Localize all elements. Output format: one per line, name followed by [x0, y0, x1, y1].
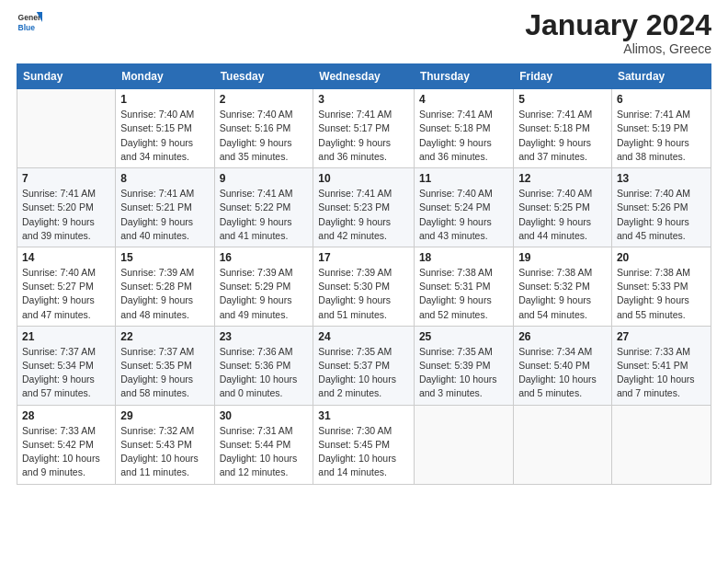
location: Alimos, Greece [525, 41, 711, 56]
day-info: Sunrise: 7:41 AMSunset: 5:20 PMDaylight:… [22, 187, 110, 243]
day-number: 18 [419, 251, 508, 264]
day-number: 10 [318, 172, 409, 185]
table-row: 3Sunrise: 7:41 AMSunset: 5:17 PMDaylight… [313, 89, 415, 168]
day-number: 23 [220, 330, 309, 343]
day-number: 21 [22, 330, 110, 343]
day-number: 7 [22, 172, 110, 185]
table-row: 23Sunrise: 7:36 AMSunset: 5:36 PMDayligh… [214, 326, 313, 405]
table-row: 4Sunrise: 7:41 AMSunset: 5:18 PMDaylight… [414, 89, 513, 168]
calendar-week-5: 28Sunrise: 7:33 AMSunset: 5:42 PMDayligh… [17, 405, 711, 484]
day-info: Sunrise: 7:40 AMSunset: 5:15 PMDaylight:… [120, 108, 209, 164]
day-number: 1 [120, 93, 209, 106]
day-info: Sunrise: 7:41 AMSunset: 5:17 PMDaylight:… [318, 108, 409, 164]
col-friday: Friday [514, 64, 612, 89]
day-info: Sunrise: 7:41 AMSunset: 5:18 PMDaylight:… [419, 108, 508, 164]
col-saturday: Saturday [611, 64, 711, 89]
day-info: Sunrise: 7:40 AMSunset: 5:25 PMDaylight:… [518, 187, 607, 243]
day-number: 2 [220, 93, 309, 106]
table-row [17, 89, 116, 168]
title-block: January 2024 Alimos, Greece [525, 9, 711, 56]
table-row: 6Sunrise: 7:41 AMSunset: 5:19 PMDaylight… [611, 89, 711, 168]
day-number: 15 [120, 251, 209, 264]
table-row: 25Sunrise: 7:35 AMSunset: 5:39 PMDayligh… [414, 326, 513, 405]
day-info: Sunrise: 7:30 AMSunset: 5:45 PMDaylight:… [318, 424, 409, 480]
table-row: 19Sunrise: 7:38 AMSunset: 5:32 PMDayligh… [514, 247, 612, 326]
table-row: 1Sunrise: 7:40 AMSunset: 5:15 PMDaylight… [116, 89, 214, 168]
calendar-week-2: 7Sunrise: 7:41 AMSunset: 5:20 PMDaylight… [17, 168, 711, 247]
calendar-week-1: 1Sunrise: 7:40 AMSunset: 5:15 PMDaylight… [17, 89, 711, 168]
day-number: 12 [518, 172, 607, 185]
table-row: 12Sunrise: 7:40 AMSunset: 5:25 PMDayligh… [514, 168, 612, 247]
day-info: Sunrise: 7:38 AMSunset: 5:31 PMDaylight:… [419, 266, 508, 322]
table-row: 7Sunrise: 7:41 AMSunset: 5:20 PMDaylight… [17, 168, 116, 247]
day-info: Sunrise: 7:40 AMSunset: 5:26 PMDaylight:… [617, 187, 706, 243]
col-monday: Monday [116, 64, 214, 89]
table-row: 2Sunrise: 7:40 AMSunset: 5:16 PMDaylight… [214, 89, 313, 168]
day-info: Sunrise: 7:41 AMSunset: 5:21 PMDaylight:… [120, 187, 209, 243]
month-title: January 2024 [525, 9, 711, 41]
day-number: 5 [518, 93, 607, 106]
table-row: 22Sunrise: 7:37 AMSunset: 5:35 PMDayligh… [116, 326, 214, 405]
table-row: 20Sunrise: 7:38 AMSunset: 5:33 PMDayligh… [611, 247, 711, 326]
day-number: 6 [617, 93, 706, 106]
calendar-week-3: 14Sunrise: 7:40 AMSunset: 5:27 PMDayligh… [17, 247, 711, 326]
table-row: 10Sunrise: 7:41 AMSunset: 5:23 PMDayligh… [313, 168, 415, 247]
table-row: 17Sunrise: 7:39 AMSunset: 5:30 PMDayligh… [313, 247, 415, 326]
day-info: Sunrise: 7:37 AMSunset: 5:35 PMDaylight:… [120, 345, 209, 401]
table-row: 15Sunrise: 7:39 AMSunset: 5:28 PMDayligh… [116, 247, 214, 326]
calendar-page: General Blue January 2024 Alimos, Greece… [0, 0, 728, 563]
table-row: 9Sunrise: 7:41 AMSunset: 5:22 PMDaylight… [214, 168, 313, 247]
table-row: 14Sunrise: 7:40 AMSunset: 5:27 PMDayligh… [17, 247, 116, 326]
day-number: 13 [617, 172, 706, 185]
day-info: Sunrise: 7:32 AMSunset: 5:43 PMDaylight:… [120, 424, 209, 480]
day-info: Sunrise: 7:31 AMSunset: 5:44 PMDaylight:… [220, 424, 309, 480]
day-info: Sunrise: 7:33 AMSunset: 5:41 PMDaylight:… [617, 345, 706, 401]
day-number: 30 [220, 409, 309, 422]
table-row: 11Sunrise: 7:40 AMSunset: 5:24 PMDayligh… [414, 168, 513, 247]
day-number: 27 [617, 330, 706, 343]
table-row: 8Sunrise: 7:41 AMSunset: 5:21 PMDaylight… [116, 168, 214, 247]
header-row: Sunday Monday Tuesday Wednesday Thursday… [17, 64, 711, 89]
table-row [611, 405, 711, 484]
table-row: 31Sunrise: 7:30 AMSunset: 5:45 PMDayligh… [313, 405, 415, 484]
day-info: Sunrise: 7:38 AMSunset: 5:32 PMDaylight:… [518, 266, 607, 322]
day-info: Sunrise: 7:39 AMSunset: 5:30 PMDaylight:… [318, 266, 409, 322]
day-number: 17 [318, 251, 409, 264]
day-info: Sunrise: 7:35 AMSunset: 5:37 PMDaylight:… [318, 345, 409, 401]
calendar-table: Sunday Monday Tuesday Wednesday Thursday… [17, 63, 711, 484]
table-row: 28Sunrise: 7:33 AMSunset: 5:42 PMDayligh… [17, 405, 116, 484]
table-row [514, 405, 612, 484]
day-number: 29 [120, 409, 209, 422]
day-number: 16 [220, 251, 309, 264]
day-info: Sunrise: 7:34 AMSunset: 5:40 PMDaylight:… [518, 345, 607, 401]
table-row: 18Sunrise: 7:38 AMSunset: 5:31 PMDayligh… [414, 247, 513, 326]
day-info: Sunrise: 7:40 AMSunset: 5:16 PMDaylight:… [220, 108, 309, 164]
day-number: 9 [220, 172, 309, 185]
table-row: 27Sunrise: 7:33 AMSunset: 5:41 PMDayligh… [611, 326, 711, 405]
day-number: 8 [120, 172, 209, 185]
day-number: 3 [318, 93, 409, 106]
day-info: Sunrise: 7:41 AMSunset: 5:18 PMDaylight:… [518, 108, 607, 164]
day-number: 20 [617, 251, 706, 264]
header: General Blue January 2024 Alimos, Greece [17, 9, 711, 56]
logo-icon: General Blue [17, 9, 42, 35]
day-number: 22 [120, 330, 209, 343]
table-row: 24Sunrise: 7:35 AMSunset: 5:37 PMDayligh… [313, 326, 415, 405]
table-row: 21Sunrise: 7:37 AMSunset: 5:34 PMDayligh… [17, 326, 116, 405]
col-thursday: Thursday [414, 64, 513, 89]
day-info: Sunrise: 7:40 AMSunset: 5:27 PMDaylight:… [22, 266, 110, 322]
day-number: 25 [419, 330, 508, 343]
col-sunday: Sunday [17, 64, 116, 89]
table-row: 16Sunrise: 7:39 AMSunset: 5:29 PMDayligh… [214, 247, 313, 326]
day-number: 24 [318, 330, 409, 343]
day-info: Sunrise: 7:41 AMSunset: 5:23 PMDaylight:… [318, 187, 409, 243]
day-info: Sunrise: 7:39 AMSunset: 5:29 PMDaylight:… [220, 266, 309, 322]
day-info: Sunrise: 7:33 AMSunset: 5:42 PMDaylight:… [22, 424, 110, 480]
svg-text:Blue: Blue [18, 23, 36, 32]
day-number: 4 [419, 93, 508, 106]
day-number: 11 [419, 172, 508, 185]
table-row: 13Sunrise: 7:40 AMSunset: 5:26 PMDayligh… [611, 168, 711, 247]
day-info: Sunrise: 7:35 AMSunset: 5:39 PMDaylight:… [419, 345, 508, 401]
table-row: 30Sunrise: 7:31 AMSunset: 5:44 PMDayligh… [214, 405, 313, 484]
day-number: 31 [318, 409, 409, 422]
